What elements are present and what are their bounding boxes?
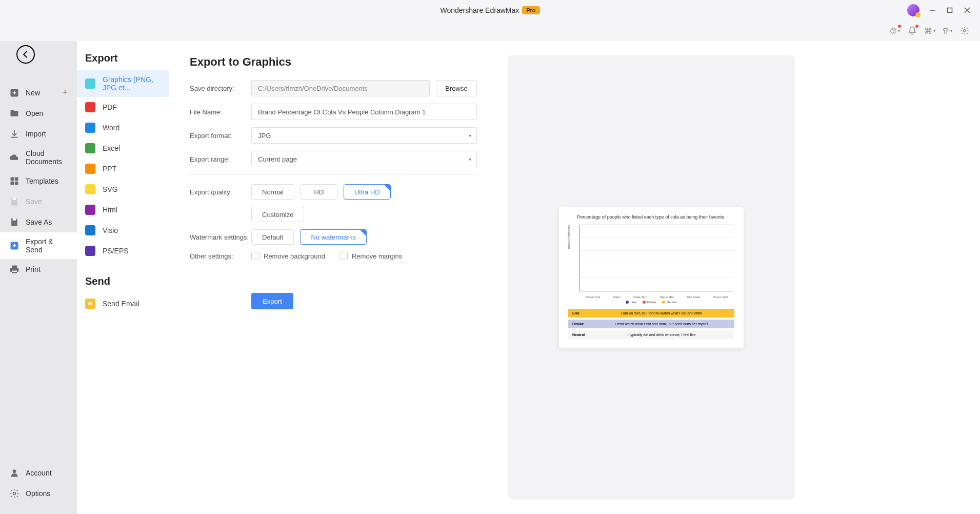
svg-rect-10 [11, 182, 14, 185]
export-format-svg[interactable]: SVG [77, 179, 169, 200]
format-label: PDF [103, 103, 117, 111]
sidebar-item-export-send[interactable]: Export & Send [0, 232, 77, 259]
x-tick-label: Diet Coke [687, 295, 700, 299]
sidebar-item-open[interactable]: Open [0, 103, 77, 124]
format-label: Html [103, 206, 117, 214]
mail-icon: ✉ [85, 299, 95, 309]
export-format-pdf[interactable]: PDF [77, 97, 169, 117]
shirt-icon[interactable]: ▾ [942, 26, 952, 36]
download-icon [9, 129, 19, 139]
quality-normal[interactable]: Normal [251, 184, 294, 200]
legend-item: Like [626, 301, 636, 304]
help-icon[interactable]: ▾ [890, 26, 900, 36]
send-email[interactable]: ✉Send Email [77, 293, 169, 314]
svg-point-16 [13, 492, 16, 495]
quality-label: Export quality: [190, 188, 251, 196]
customize-button[interactable]: Customize [251, 207, 304, 222]
back-button[interactable] [16, 45, 35, 64]
maximize-button[interactable] [945, 6, 954, 15]
format-label: PPT [103, 165, 116, 173]
format-icon [85, 123, 95, 133]
svg-point-6 [964, 30, 966, 32]
svg-rect-9 [15, 177, 18, 181]
watermark-default[interactable]: Default [251, 229, 294, 245]
sidebar-item-templates[interactable]: Templates [0, 171, 77, 191]
sidebar-item-label: Export & Send [26, 238, 68, 254]
divider [190, 174, 477, 175]
gear-icon[interactable] [959, 26, 970, 36]
svg-rect-8 [11, 177, 14, 181]
preview-card: Percentage of people who listed each typ… [559, 207, 744, 348]
info-row: LikeI am on diet, so I tend to watch wha… [568, 309, 734, 318]
export-format-excel[interactable]: Excel [77, 138, 169, 159]
range-select[interactable]: Current page [251, 151, 477, 167]
chart-ylabel: Brand Preference [567, 225, 570, 249]
app-title: Wondershare EdrawMax [440, 6, 519, 14]
sidebar-item-label: Save [26, 197, 42, 206]
format-label: Export format: [190, 132, 251, 140]
pro-badge: Pro [522, 6, 539, 14]
watermark-label: Watermark settings: [190, 233, 251, 241]
sidebar-item-label: Save As [26, 218, 52, 226]
minimize-button[interactable] [928, 6, 937, 15]
sidebar-item-label: Print [26, 265, 41, 273]
bell-icon[interactable] [907, 26, 917, 36]
export-format-visio[interactable]: Visio [77, 220, 169, 241]
sidebar-item-label: Templates [26, 177, 58, 185]
export-heading: Export [77, 50, 169, 70]
format-label: Visio [103, 226, 118, 234]
svg-point-15 [13, 469, 16, 473]
templates-icon [9, 176, 19, 186]
sidebar-item-print[interactable]: Print [0, 259, 77, 280]
close-button[interactable] [963, 6, 972, 15]
save-dir-input[interactable] [251, 80, 430, 96]
export-format-word[interactable]: Word [77, 117, 169, 138]
x-tick-label: Coke Zero [633, 295, 647, 299]
avatar[interactable] [907, 4, 919, 16]
watermark-none[interactable]: No watermarks [300, 229, 367, 245]
range-label: Export range: [190, 155, 251, 163]
browse-button[interactable]: Browse [436, 80, 477, 96]
export-icon [9, 241, 19, 251]
info-row: DislikeI tend watch what I eat and drink… [568, 320, 734, 328]
filename-input[interactable] [251, 104, 477, 120]
export-format-graphics[interactable]: Graphics (PNG, JPG et... [77, 70, 169, 97]
chart-title: Percentage of people who listed each typ… [568, 214, 734, 220]
export-format-pseps[interactable]: PS/EPS [77, 241, 169, 261]
export-format-html[interactable]: Html [77, 200, 169, 220]
sidebar-item-label: New [26, 89, 40, 97]
plus-icon[interactable]: + [62, 87, 68, 98]
sidebar-item-new[interactable]: New+ [0, 82, 77, 103]
format-icon [85, 205, 95, 215]
sidebar-item-import[interactable]: Import [0, 124, 77, 144]
filename-label: File Name: [190, 108, 251, 116]
format-icon [85, 246, 95, 256]
remove-margins-checkbox[interactable]: Remove margins [339, 252, 402, 260]
sidebar-item-cloud-documents[interactable]: Cloud Documents [0, 144, 77, 171]
x-tick-label: Coca Cola [586, 295, 600, 299]
quality-hd[interactable]: HD [301, 184, 337, 200]
other-label: Other settings: [190, 252, 251, 260]
export-button[interactable]: Export [251, 293, 293, 309]
sidebar-item-label: Account [26, 469, 52, 477]
remove-bg-checkbox[interactable]: Remove background [251, 252, 325, 260]
sidebar-item-save-as[interactable]: Save As [0, 212, 77, 232]
legend-item: Neutral [662, 301, 676, 304]
x-tick-label: Pepsi Light [713, 295, 728, 299]
format-icon [85, 225, 95, 235]
format-icon [85, 143, 95, 153]
info-row: NeutralI typically eat and drink whateve… [568, 330, 734, 339]
quality-ultrahd[interactable]: Ultra HD [344, 184, 391, 200]
svg-point-5 [893, 32, 894, 33]
export-format-ppt[interactable]: PPT [77, 159, 169, 179]
sidebar-item-label: Import [26, 130, 46, 138]
sidebar-item-save[interactable]: Save [0, 191, 77, 212]
send-label: Send Email [103, 300, 139, 308]
sidebar-item-options[interactable]: Options [0, 483, 77, 504]
preview-panel: Percentage of people who listed each typ… [508, 55, 795, 500]
format-select[interactable]: JPG [251, 127, 477, 144]
shortcuts-icon[interactable]: ⌘▾ [925, 26, 935, 36]
page-title: Export to Graphics [190, 55, 477, 69]
format-icon [85, 102, 95, 112]
sidebar-item-account[interactable]: Account [0, 463, 77, 483]
